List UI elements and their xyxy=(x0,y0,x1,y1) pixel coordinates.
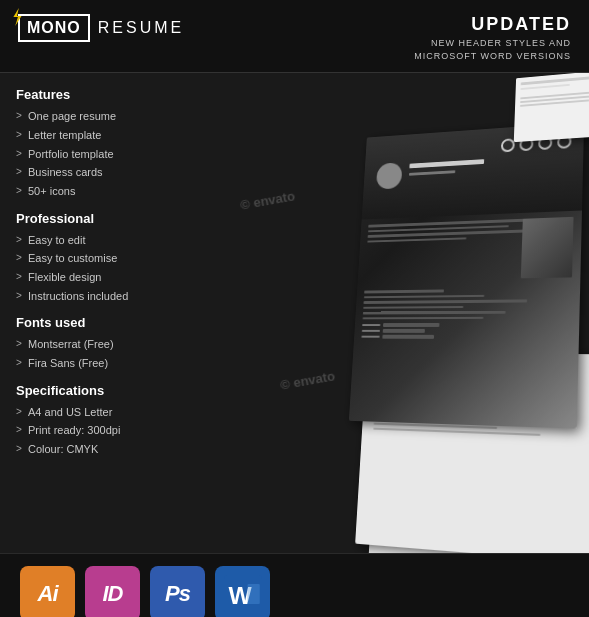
main-content: Features One page resume Letter template… xyxy=(0,73,589,553)
list-item: Instructions included xyxy=(16,287,204,306)
bar-row xyxy=(361,335,570,340)
professional-title: Professional xyxy=(16,211,204,226)
left-panel: Features One page resume Letter template… xyxy=(0,73,220,553)
avatar xyxy=(376,163,403,190)
bottom-tool-bar: Ai ID Ps W xyxy=(0,553,589,617)
indesign-icon: ID xyxy=(85,566,140,617)
header-right: UPDATED NEW HEADER STYLES AND MICROSOFT … xyxy=(414,14,571,62)
list-item: A4 and US Letter xyxy=(16,403,204,422)
illustrator-icon: Ai xyxy=(20,566,75,617)
fonts-title: Fonts used xyxy=(16,315,204,330)
professional-list: Easy to edit Easy to customise Flexible … xyxy=(16,231,204,306)
logo-area: MONO RESUME xyxy=(18,14,184,42)
fonts-list: Montserrat (Free) Fira Sans (Free) xyxy=(16,335,204,372)
list-item: Colour: CMYK xyxy=(16,440,204,459)
list-item: Easy to edit xyxy=(16,231,204,250)
resume-body xyxy=(354,211,582,348)
bar-label xyxy=(362,324,380,326)
list-item: Easy to customise xyxy=(16,249,204,268)
updated-label: UPDATED xyxy=(414,14,571,35)
photo-block xyxy=(521,217,574,279)
list-item: Business cards xyxy=(16,163,204,182)
resume-layer-1 xyxy=(349,122,584,429)
list-item: Fira Sans (Free) xyxy=(16,354,204,373)
content-line xyxy=(363,317,484,320)
logo-resume: RESUME xyxy=(98,19,184,37)
circle-icon xyxy=(501,138,515,152)
list-item: One page resume xyxy=(16,107,204,126)
list-item: Portfolio template xyxy=(16,145,204,164)
svg-rect-2 xyxy=(247,584,259,604)
content-line xyxy=(364,295,485,299)
list-item: Letter template xyxy=(16,126,204,145)
bar-fill xyxy=(383,323,439,327)
list-item: Montserrat (Free) xyxy=(16,335,204,354)
mockup-panel: © envato © envato xyxy=(220,73,589,553)
content-line xyxy=(363,311,506,314)
mockup-3d xyxy=(240,73,589,553)
updated-sub: NEW HEADER STYLES AND MICROSOFT WORD VER… xyxy=(414,37,571,62)
bar-row xyxy=(362,329,571,333)
word-icon: W xyxy=(215,566,270,617)
features-title: Features xyxy=(16,87,204,102)
logo-box: MONO xyxy=(18,14,90,42)
list-item: Flexible design xyxy=(16,268,204,287)
content-line xyxy=(364,290,443,294)
bar-label xyxy=(362,330,380,332)
content-line xyxy=(364,300,528,304)
business-card-layer xyxy=(514,73,589,142)
bar-fill xyxy=(383,329,425,333)
name-bar xyxy=(409,159,484,168)
header: MONO RESUME UPDATED NEW HEADER STYLES AN… xyxy=(0,0,589,72)
bar-row xyxy=(362,323,571,327)
specs-list: A4 and US Letter Print ready: 300dpi Col… xyxy=(16,403,204,459)
skills-bars xyxy=(361,323,571,340)
photoshop-icon: Ps xyxy=(150,566,205,617)
list-item: 50+ icons xyxy=(16,182,204,201)
content-line xyxy=(367,237,466,243)
content-line xyxy=(363,306,463,309)
sub-bar xyxy=(409,170,455,175)
list-item: Print ready: 300dpi xyxy=(16,421,204,440)
bar-fill xyxy=(382,335,434,339)
specs-title: Specifications xyxy=(16,383,204,398)
features-list: One page resume Letter template Portfoli… xyxy=(16,107,204,200)
bar-label xyxy=(361,336,379,338)
